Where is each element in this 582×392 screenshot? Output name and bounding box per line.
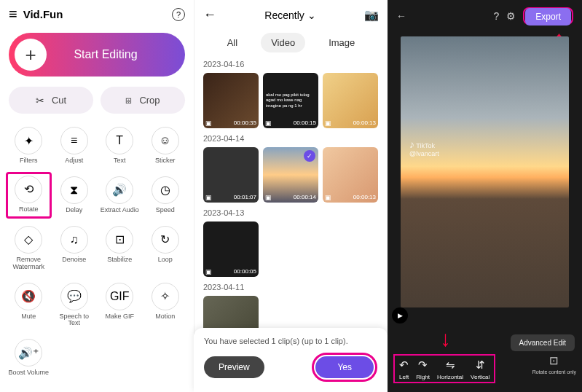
- date-label: 2023-04-14: [203, 134, 379, 143]
- remove-watermark-icon: ◇: [15, 226, 42, 254]
- rotate-label: Vertical: [471, 374, 489, 380]
- video-thumb[interactable]: ▣00:00:05: [203, 222, 259, 277]
- tool-delay[interactable]: ⧗Delay: [52, 172, 98, 219]
- plus-icon: +: [15, 39, 47, 71]
- rotate-label: Right: [416, 374, 430, 380]
- back-icon[interactable]: ←: [396, 10, 406, 22]
- crop-button[interactable]: ⧆Crop: [101, 87, 185, 114]
- camera-icon[interactable]: 📷: [364, 8, 379, 22]
- rotate-right-button[interactable]: ↷Right: [416, 358, 430, 380]
- folder-dropdown[interactable]: Recently ⌄: [216, 9, 364, 21]
- tool-speed[interactable]: ◷Speed: [143, 172, 189, 219]
- tool-boost-volume[interactable]: 🔊⁺Boost Volume: [6, 334, 52, 381]
- rotate-horizontal-button[interactable]: ⇋Horizontal: [437, 358, 463, 380]
- crop-icon: ⧆: [125, 94, 132, 106]
- video-preview[interactable]: ♪ TikTok @lvancart: [401, 36, 569, 307]
- crop-label: Crop: [139, 95, 160, 106]
- video-icon: ▣: [325, 119, 331, 127]
- mute-icon: 🔇: [15, 283, 42, 310]
- tab-all[interactable]: All: [217, 33, 248, 52]
- annotation-arrow-icon: ↓: [440, 326, 451, 351]
- extract-audio-icon: 🔊: [106, 176, 133, 204]
- help-icon[interactable]: ?: [172, 8, 185, 21]
- app-title: Vid.Fun: [23, 8, 172, 20]
- rotate-content-only-button[interactable]: ⊡ Rotate content only: [532, 354, 576, 375]
- video-thumb[interactable]: ▣00:00:13: [323, 147, 378, 203]
- tool-speech-to-text[interactable]: 💬Speech to Text: [52, 278, 98, 332]
- tool-mute[interactable]: 🔇Mute: [6, 278, 52, 332]
- video-icon: ▣: [205, 268, 212, 275]
- tool-label: Loop: [158, 256, 173, 264]
- tool-text[interactable]: TText: [97, 122, 143, 169]
- tool-label: Sticker: [155, 157, 176, 165]
- duration: 00:00:05: [234, 268, 256, 275]
- duration: 00:00:15: [294, 119, 316, 127]
- tool-label: Speech to Text: [53, 313, 96, 328]
- tool-label: Stabilize: [107, 256, 132, 264]
- play-button[interactable]: ▶: [392, 307, 408, 324]
- duration: 00:00:14: [294, 194, 316, 201]
- video-thumb[interactable]: ▣00:00:35: [203, 73, 259, 128]
- motion-icon: ✧: [152, 283, 179, 310]
- start-editing-button[interactable]: + Start Editing: [9, 33, 185, 77]
- tool-make-gif[interactable]: GIFMake GIF: [97, 278, 143, 332]
- stabilize-icon: ⊡: [106, 226, 133, 254]
- tool-remove-watermark[interactable]: ◇Remove Watermark: [6, 222, 52, 275]
- tool-loop[interactable]: ↻Loop: [143, 222, 189, 275]
- export-button[interactable]: Export: [525, 8, 571, 26]
- back-icon[interactable]: ←: [203, 7, 216, 23]
- delay-icon: ⧗: [60, 176, 88, 204]
- video-icon: ▣: [205, 194, 212, 201]
- video-icon: ▣: [205, 119, 212, 127]
- selection-text: You have selected 1 clip(s) (up to 1 cli…: [204, 337, 377, 345]
- tool-filters[interactable]: ✦Filters: [6, 122, 52, 169]
- video-thumb[interactable]: akal mo pag pikit tulog agad mo kase nag…: [263, 73, 318, 128]
- advanced-edit-button[interactable]: Advanced Edit: [511, 334, 575, 351]
- rotate-vertical-icon: ⇵: [476, 358, 485, 372]
- tool-stabilize[interactable]: ⊡Stabilize: [97, 222, 143, 275]
- tool-label: Extract Audio: [101, 207, 139, 214]
- tool-label: Speed: [156, 207, 175, 214]
- video-icon: ▣: [265, 194, 272, 201]
- tool-label: Delay: [66, 207, 82, 214]
- yes-button[interactable]: Yes: [315, 356, 374, 378]
- cut-button[interactable]: ✂Cut: [9, 87, 93, 114]
- tool-denoise[interactable]: ♫Denoise: [52, 222, 98, 275]
- video-thumb[interactable]: ✓▣00:00:14: [263, 147, 318, 203]
- make-gif-icon: GIF: [106, 283, 133, 310]
- rotate-icon: ⟲: [15, 176, 42, 203]
- rotate-right-icon: ↷: [418, 358, 428, 372]
- rotate-content-icon: ⊡: [549, 354, 559, 367]
- tab-image[interactable]: Image: [318, 33, 365, 52]
- scissors-icon: ✂: [36, 95, 44, 106]
- settings-icon[interactable]: ⚙: [506, 10, 516, 22]
- chevron-down-icon: ⌄: [307, 9, 316, 21]
- rotate-horizontal-icon: ⇋: [446, 358, 455, 372]
- duration: 00:00:13: [353, 119, 376, 127]
- video-icon: ▣: [265, 119, 272, 127]
- boost-volume-icon: 🔊⁺: [15, 339, 42, 366]
- rotate-left-button[interactable]: ↶Left: [399, 358, 409, 380]
- date-label: 2023-04-11: [203, 283, 379, 291]
- tool-adjust[interactable]: ≡Adjust: [52, 122, 98, 169]
- preview-button[interactable]: Preview: [204, 356, 264, 378]
- rotate-vertical-button[interactable]: ⇵Vertical: [471, 358, 489, 380]
- video-thumb[interactable]: ▣00:01:07: [203, 147, 259, 203]
- tool-extract-audio[interactable]: 🔊Extract Audio: [97, 172, 143, 219]
- selected-check-icon: ✓: [304, 150, 315, 162]
- speed-icon: ◷: [152, 176, 179, 204]
- loop-icon: ↻: [152, 226, 179, 254]
- tool-label: Motion: [155, 313, 175, 321]
- tool-label: Filters: [20, 157, 38, 165]
- tiktok-watermark: ♪ TikTok @lvancart: [409, 138, 439, 157]
- help-icon[interactable]: ?: [494, 10, 500, 22]
- tool-sticker[interactable]: ☺Sticker: [143, 122, 189, 169]
- tab-video[interactable]: Video: [261, 33, 305, 52]
- menu-icon[interactable]: ≡: [9, 6, 17, 23]
- tool-label: Rotate: [19, 206, 39, 213]
- tool-rotate[interactable]: ⟲Rotate: [6, 172, 52, 219]
- video-thumb[interactable]: ▣00:00:13: [323, 73, 378, 128]
- duration: 00:01:07: [234, 194, 256, 201]
- rotate-content-label: Rotate content only: [532, 369, 576, 375]
- tool-motion[interactable]: ✧Motion: [143, 278, 189, 332]
